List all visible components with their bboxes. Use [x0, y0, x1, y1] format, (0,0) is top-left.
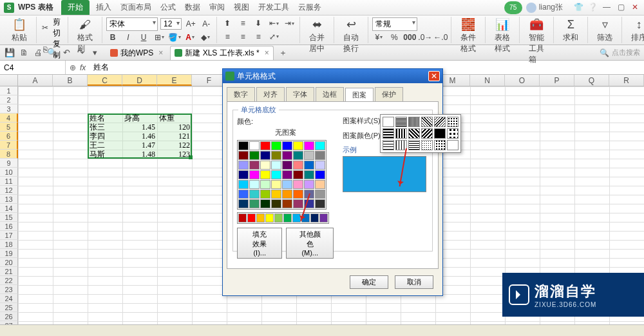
color-swatch[interactable]	[271, 161, 281, 170]
cell-c5[interactable]: 张三	[88, 123, 122, 132]
row-header[interactable]: 22	[0, 276, 18, 285]
cell-c6[interactable]: 李四	[88, 132, 122, 141]
row-header[interactable]: 6	[0, 132, 18, 141]
col-header[interactable]: N	[470, 75, 505, 86]
row-header[interactable]: 19	[0, 249, 18, 258]
align-bot-icon[interactable]: ⬇	[252, 17, 265, 29]
color-swatch[interactable]	[260, 180, 270, 189]
color-swatch[interactable]	[256, 213, 265, 222]
color-swatch[interactable]	[249, 161, 260, 170]
bold-button[interactable]: B	[106, 32, 119, 43]
row-header[interactable]: 3	[0, 104, 18, 114]
color-swatch[interactable]	[315, 199, 325, 208]
color-swatch[interactable]	[238, 151, 249, 160]
orientation-icon[interactable]: ⤢	[267, 31, 280, 43]
dlg-tab-number[interactable]: 数字	[227, 87, 255, 101]
color-swatch[interactable]	[238, 170, 249, 179]
cancel-button[interactable]: 取消	[395, 275, 433, 289]
row-header[interactable]: 7	[0, 141, 18, 150]
redo-icon[interactable]: ↷	[75, 47, 86, 59]
filter-button[interactable]: ▿筛选	[592, 17, 618, 43]
color-swatch[interactable]	[260, 161, 270, 170]
cell-d8[interactable]: 1.48	[122, 150, 157, 159]
merge-button[interactable]: ⬌合并居中	[304, 17, 330, 54]
minimize-icon[interactable]: —	[601, 3, 612, 13]
indent-inc-icon[interactable]: ⇥	[283, 17, 296, 29]
color-swatch[interactable]	[238, 213, 247, 222]
color-swatch[interactable]	[282, 141, 292, 150]
row-header[interactable]: 11	[0, 177, 18, 186]
color-swatch[interactable]	[247, 213, 256, 222]
color-swatch[interactable]	[282, 170, 292, 179]
pattern-swatch[interactable]	[383, 140, 394, 150]
pattern-swatch[interactable]	[395, 117, 407, 127]
qat-more-icon[interactable]: ▾	[89, 47, 100, 59]
color-swatch[interactable]	[304, 151, 314, 160]
currency-icon[interactable]: ¥	[372, 32, 385, 43]
color-swatch[interactable]	[249, 170, 260, 179]
pattern-swatch[interactable]	[447, 140, 459, 150]
cond-format-button[interactable]: 🧱条件格式	[455, 17, 481, 54]
color-swatch[interactable]	[283, 213, 292, 222]
color-swatch[interactable]	[260, 190, 270, 199]
pattern-swatch[interactable]	[434, 117, 446, 127]
pattern-swatch[interactable]	[395, 128, 407, 139]
tab-close-icon[interactable]: ×	[265, 48, 269, 57]
color-swatch[interactable]	[315, 180, 325, 189]
row-header[interactable]: 14	[0, 204, 18, 213]
color-swatch[interactable]	[282, 199, 292, 208]
font-combo[interactable]: 宋体	[106, 17, 158, 31]
color-swatch[interactable]	[271, 151, 281, 160]
sum-button[interactable]: Σ求和	[558, 17, 583, 43]
color-swatch[interactable]	[271, 199, 281, 208]
color-swatch[interactable]	[260, 141, 270, 150]
col-header[interactable]: P	[540, 75, 574, 86]
color-swatch[interactable]	[315, 190, 325, 199]
row-header[interactable]: 5	[0, 123, 18, 132]
col-header[interactable]: E	[157, 75, 192, 86]
col-header[interactable]: C	[88, 75, 122, 86]
ok-button[interactable]: 确定	[350, 275, 388, 289]
cell-e7[interactable]: 122	[157, 141, 192, 150]
tab-mywps[interactable]: 我的WPS×	[106, 46, 167, 60]
color-swatch[interactable]	[271, 141, 281, 150]
row-header[interactable]: 15	[0, 213, 18, 222]
align-mid-icon[interactable]: ≡	[236, 17, 249, 29]
tab-dev[interactable]: 开发工具	[258, 2, 289, 13]
color-palette[interactable]	[237, 140, 327, 210]
new-tab-icon[interactable]: ＋	[278, 47, 289, 59]
tab-insert[interactable]: 插入	[96, 2, 111, 13]
help-icon[interactable]: ❔	[587, 3, 598, 13]
username[interactable]: liang张	[539, 2, 563, 13]
tab-close-icon[interactable]: ×	[158, 48, 163, 57]
cell-e5[interactable]: 120	[157, 123, 192, 132]
align-center-icon[interactable]: ≡	[236, 31, 249, 43]
cell-d6[interactable]: 1.46	[122, 132, 157, 141]
row-header[interactable]: 8	[0, 150, 18, 159]
align-right-icon[interactable]: ≡	[252, 31, 265, 43]
row-header[interactable]: 25	[0, 303, 18, 312]
search-placeholder[interactable]: 点击搜索	[612, 48, 640, 57]
tab-layout[interactable]: 页面布局	[120, 2, 151, 13]
col-header[interactable]: R	[609, 75, 644, 86]
row-header[interactable]: 12	[0, 186, 18, 195]
row-header[interactable]: 13	[0, 195, 18, 204]
color-swatch[interactable]	[304, 170, 314, 179]
underline-button[interactable]: U	[137, 32, 150, 43]
row-header[interactable]: 16	[0, 222, 18, 231]
pattern-swatch[interactable]	[408, 140, 420, 150]
pattern-swatch[interactable]	[408, 117, 420, 127]
color-swatch[interactable]	[260, 151, 270, 160]
color-swatch[interactable]	[293, 161, 303, 170]
color-swatch[interactable]	[293, 180, 303, 189]
col-header[interactable]: F	[192, 75, 227, 86]
cell-d4[interactable]: 身高	[122, 114, 157, 123]
color-swatch[interactable]	[271, 170, 281, 179]
pattern-swatch[interactable]	[434, 128, 446, 139]
color-swatch[interactable]	[304, 180, 314, 189]
cell-e4[interactable]: 体重	[157, 114, 192, 123]
color-swatch[interactable]	[238, 199, 249, 208]
dlg-tab-font[interactable]: 字体	[286, 87, 314, 101]
indent-dec-icon[interactable]: ⇤	[267, 17, 280, 29]
row-header[interactable]: 17	[0, 231, 18, 240]
